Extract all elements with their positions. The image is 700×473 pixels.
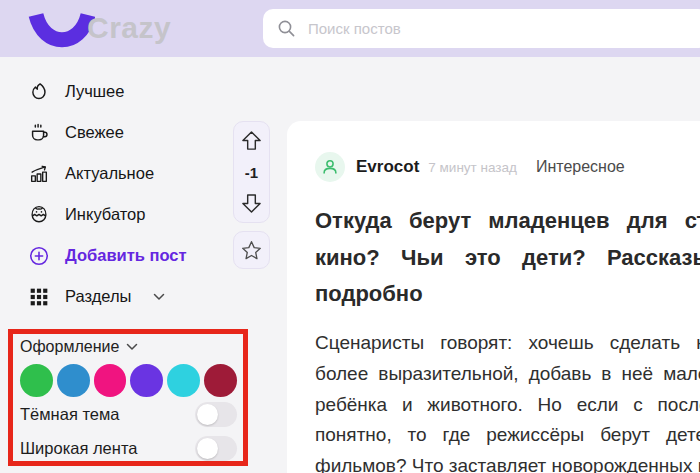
coffee-icon <box>28 122 50 144</box>
sidebar-nav: Лучшее Свежее Актуальное <box>28 71 187 317</box>
wide-feed-toggle[interactable] <box>195 436 237 461</box>
chart-icon <box>28 163 50 185</box>
color-swatch-pink[interactable] <box>94 364 127 397</box>
vote-score: -1 <box>245 164 258 181</box>
dark-theme-row: Тёмная тема <box>20 402 237 427</box>
sidebar-item-label: Разделы <box>65 287 131 306</box>
post-title-line: подробно <box>315 276 700 313</box>
toggle-knob <box>197 438 218 459</box>
post-card: Evrocot 7 минут назад Интересное Откуда … <box>287 121 700 473</box>
avatar[interactable] <box>315 152 345 182</box>
flame-icon <box>28 81 50 103</box>
logo-text: Crazy <box>87 11 171 45</box>
post-title-line: кино? Чьи это дети? Рассказываем <box>315 240 700 277</box>
favorite-button[interactable] <box>233 231 270 269</box>
post-header: Evrocot 7 минут назад Интересное <box>315 152 625 182</box>
color-swatch-green[interactable] <box>20 364 53 397</box>
sidebar-item-incubator[interactable]: Инкубатор <box>28 194 187 235</box>
sidebar-item-add-post[interactable]: Добавить пост <box>28 235 187 276</box>
user-avatar-icon <box>320 157 340 177</box>
grid-icon <box>28 286 50 308</box>
search-input[interactable] <box>306 19 700 38</box>
dark-theme-toggle[interactable] <box>195 402 237 427</box>
post-timestamp: 7 минут назад <box>428 160 517 175</box>
smile-logo-icon <box>27 10 95 50</box>
sidebar-item-label: Лучшее <box>65 82 124 101</box>
incubator-icon <box>28 204 50 226</box>
post-title-line: Откуда берут младенцев для съемок <box>315 203 700 240</box>
toggle-knob <box>197 404 218 425</box>
star-icon <box>241 240 262 261</box>
app-logo[interactable]: Crazy <box>27 9 177 49</box>
sidebar-item-sections[interactable]: Разделы <box>28 276 187 317</box>
post-author[interactable]: Evrocot <box>356 157 419 177</box>
sidebar-item-fresh[interactable]: Свежее <box>28 112 187 153</box>
dark-theme-label: Тёмная тема <box>20 405 119 424</box>
wide-feed-label: Широкая лента <box>20 439 137 458</box>
sidebar-item-label: Актуальное <box>65 164 154 183</box>
color-swatch-blue[interactable] <box>57 364 90 397</box>
color-swatch-maroon[interactable] <box>204 364 237 397</box>
appearance-title: Оформление <box>20 338 119 356</box>
search-icon <box>277 19 296 38</box>
color-swatch-cyan[interactable] <box>167 364 200 397</box>
theme-color-swatches <box>20 364 237 397</box>
post-title[interactable]: Откуда берут младенцев для съемок кино? … <box>315 203 700 313</box>
search-bar[interactable] <box>263 9 700 48</box>
post-category-link[interactable]: Интересное <box>536 158 625 176</box>
appearance-panel-highlight-box: Оформление Тёмная тема Широкая лента <box>8 329 248 466</box>
plus-circle-icon <box>28 245 50 267</box>
app-header: Crazy <box>0 0 700 57</box>
sidebar-item-label: Инкубатор <box>65 205 145 224</box>
post-body-line: понятно, то где режиссёры берут детей дл… <box>315 420 700 451</box>
post-body-line: более выразительной, добавь в неё малень… <box>315 359 700 390</box>
chevron-down-icon <box>126 343 138 351</box>
post-body-line: ребёнка и животного. Но если с последним… <box>315 390 700 421</box>
vote-widget: -1 <box>233 121 270 223</box>
sidebar-item-label: Добавить пост <box>65 246 187 265</box>
wide-feed-row: Широкая лента <box>20 436 237 461</box>
post-body-text: Сценаристы говорят: хочешь сделать карти… <box>315 328 700 473</box>
sidebar-item-trending[interactable]: Актуальное <box>28 153 187 194</box>
post-body-line: Сценаристы говорят: хочешь сделать карти… <box>315 328 700 359</box>
chevron-down-icon <box>153 293 165 301</box>
sidebar-item-best[interactable]: Лучшее <box>28 71 187 112</box>
color-swatch-purple[interactable] <box>130 364 163 397</box>
downvote-arrow-icon[interactable] <box>241 193 262 214</box>
upvote-arrow-icon[interactable] <box>241 130 262 151</box>
appearance-panel-header[interactable]: Оформление <box>20 336 237 357</box>
sidebar-item-label: Свежее <box>65 123 124 142</box>
post-body-line: фильмов? Что заставляет новорожденных пл… <box>315 451 700 473</box>
